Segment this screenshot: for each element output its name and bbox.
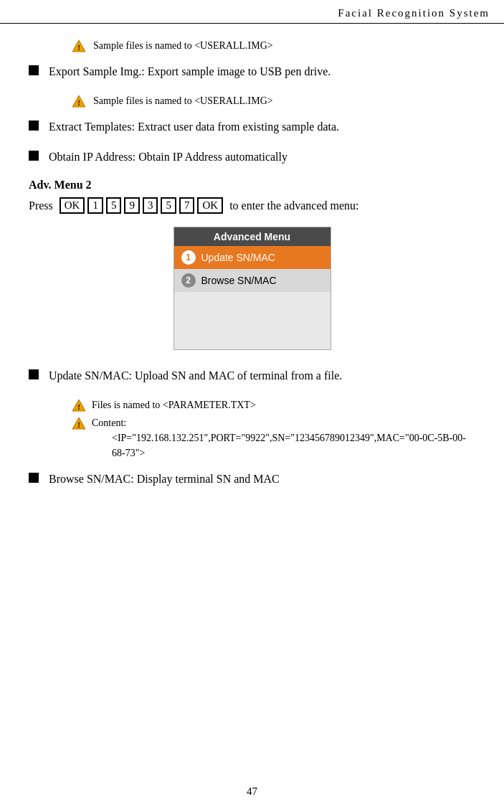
key-5b: 5 — [161, 197, 176, 214]
warning-icon-3: ! — [72, 398, 86, 412]
svg-text:!: ! — [77, 98, 80, 107]
warning-icon-2: ! — [72, 94, 86, 108]
svg-text:!: ! — [77, 43, 80, 52]
press-suffix: to enter the advanced menu: — [229, 199, 358, 212]
key-7: 7 — [179, 197, 195, 214]
header-title: Facial Recognition System — [338, 7, 490, 19]
menu-num-1: 1 — [181, 250, 196, 265]
menu-num-2: 2 — [181, 273, 196, 288]
key-9: 9 — [124, 197, 140, 214]
page-footer: 47 — [0, 785, 504, 798]
note-content-value: <IP="192.168.132.251",PORT="9922",SN="12… — [112, 430, 475, 461]
bullet-update-snmac: Update SN/MAC: Upload SN and MAC of term… — [29, 367, 475, 384]
advanced-menu-widget: Advanced Menu 1 Update SN/MAC 2 Browse S… — [173, 227, 331, 350]
bullet-obtain-text: Obtain IP Address: Obtain IP Address aut… — [49, 148, 287, 166]
note-content-label: Content: — [92, 415, 475, 430]
note-content-block: Content: <IP="192.168.132.251",PORT="992… — [92, 415, 475, 461]
warning-icon-4: ! — [72, 416, 86, 430]
bullet-square-icon — [29, 65, 39, 75]
key-1: 1 — [87, 197, 103, 214]
key-ok-1: OK — [60, 197, 85, 214]
note-content: ! Content: <IP="192.168.132.251",PORT="9… — [72, 415, 475, 461]
press-label: Press — [29, 199, 53, 212]
first-sub-text: Sample files is named to <USERALL.IMG> — [93, 38, 273, 53]
export-sub-item: ! Sample files is named to <USERALL.IMG> — [72, 93, 475, 108]
bullet-square-icon-4 — [29, 369, 39, 379]
svg-text:!: ! — [77, 402, 80, 411]
bullet-square-icon-2 — [29, 121, 39, 131]
press-line: Press OK 1 5 9 3 5 7 OK to enter the adv… — [29, 197, 475, 214]
key-ok-2: OK — [197, 197, 223, 214]
bullet-extract: Extract Templates: Extract user data fro… — [29, 118, 475, 136]
export-sub-text: Sample files is named to <USERALL.IMG> — [93, 93, 273, 108]
svg-text:!: ! — [77, 420, 80, 429]
menu-empty-space — [174, 292, 331, 349]
page-header: Facial Recognition System — [0, 0, 504, 24]
bullet-browse-snmac: Browse SN/MAC: Display terminal SN and M… — [29, 471, 475, 488]
adv-menu2-heading: Adv. Menu 2 — [29, 179, 475, 192]
bullet-export-text: Export Sample Img.: Export sample image … — [49, 63, 331, 80]
page-number: 47 — [247, 785, 257, 797]
bullet-export: Export Sample Img.: Export sample image … — [29, 63, 475, 80]
menu-item-2[interactable]: 2 Browse SN/MAC — [174, 269, 331, 292]
bullet-square-icon-3 — [29, 151, 39, 161]
bullet-extract-text: Extract Templates: Extract user data fro… — [49, 118, 339, 136]
bullet-browse-text: Browse SN/MAC: Display terminal SN and M… — [49, 471, 280, 488]
update-notes: ! Files is named to <PARAMETER.TXT> ! Co… — [72, 397, 475, 461]
menu-item-2-label: Browse SN/MAC — [201, 275, 277, 286]
key-5a: 5 — [106, 197, 122, 214]
bullet-square-icon-5 — [29, 473, 39, 483]
menu-title: Advanced Menu — [174, 227, 331, 246]
page-content: ! Sample files is named to <USERALL.IMG>… — [0, 24, 504, 529]
bullet-obtain-ip: Obtain IP Address: Obtain IP Address aut… — [29, 148, 475, 166]
menu-item-1-label: Update SN/MAC — [201, 252, 275, 263]
note-files-named: ! Files is named to <PARAMETER.TXT> — [72, 397, 475, 412]
note-files-text: Files is named to <PARAMETER.TXT> — [92, 397, 256, 412]
first-sub-item: ! Sample files is named to <USERALL.IMG> — [72, 38, 475, 53]
key-3: 3 — [143, 197, 158, 214]
warning-icon: ! — [72, 39, 86, 53]
bullet-update-text: Update SN/MAC: Upload SN and MAC of term… — [49, 367, 342, 384]
menu-item-1[interactable]: 1 Update SN/MAC — [174, 246, 331, 269]
menu-screenshot: Advanced Menu 1 Update SN/MAC 2 Browse S… — [29, 227, 475, 350]
